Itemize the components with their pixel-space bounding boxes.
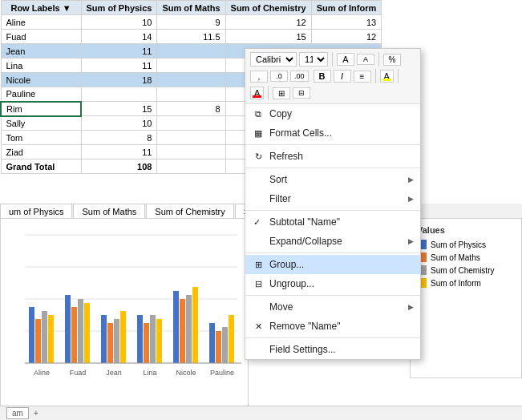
row-label-fuad[interactable]: Fuad <box>1 30 81 44</box>
cell-sally-maths[interactable] <box>157 116 225 131</box>
cell-jean-physics[interactable]: 11 <box>81 44 157 59</box>
comma-button[interactable]: , <box>250 71 268 83</box>
svg-rect-21 <box>173 291 179 363</box>
legend-label-chemistry: Sum of Chemistry <box>431 266 494 275</box>
menu-item-refresh[interactable]: ↻ Refresh <box>245 147 420 166</box>
cell-tom-maths[interactable] <box>157 131 225 145</box>
row-label-lina[interactable]: Lina <box>1 59 81 73</box>
svg-rect-6 <box>35 319 41 363</box>
menu-item-copy[interactable]: ⧉ Copy <box>245 104 420 123</box>
row-label-nicole[interactable]: Nicole <box>1 73 81 87</box>
svg-rect-27 <box>222 327 228 363</box>
toolbar-divider-5 <box>268 86 269 100</box>
svg-text:Jean: Jean <box>106 369 122 377</box>
cell-nicole-physics[interactable]: 18 <box>81 73 157 87</box>
bold-button[interactable]: B <box>314 70 331 83</box>
italic-button[interactable]: I <box>334 70 351 83</box>
tab-maths[interactable]: Sum of Maths <box>73 204 145 219</box>
row-label-rim[interactable]: Rim <box>1 102 81 116</box>
remove-icon: ✕ <box>252 320 265 333</box>
tab-physics[interactable]: um of Physics <box>0 204 72 219</box>
cell-fuad-maths[interactable]: 11.5 <box>157 30 225 44</box>
row-label-pauline[interactable]: Pauline <box>1 87 81 102</box>
col-header-chemistry: Sum of Chemistry <box>225 1 311 15</box>
decrease-decimal-button[interactable]: .00 <box>290 71 309 82</box>
menu-item-filter[interactable]: Filter <box>245 189 420 208</box>
cell-rim-physics[interactable]: 15 <box>81 102 157 116</box>
menu-item-format-cells[interactable]: ▦ Format Cells... <box>245 123 420 143</box>
percent-button[interactable]: % <box>383 54 401 66</box>
svg-rect-11 <box>78 299 83 363</box>
svg-rect-18 <box>144 323 149 363</box>
menu-ungroup-label: Ungroup... <box>269 278 314 289</box>
cell-aline-physics[interactable]: 10 <box>81 15 157 30</box>
highlight-color-button[interactable]: A <box>380 70 394 83</box>
cell-pauline-maths[interactable] <box>157 87 225 102</box>
cell-fuad-physics[interactable]: 14 <box>81 30 157 44</box>
legend-label-physics: Sum of Physics <box>431 240 486 249</box>
increase-decimal-button[interactable]: .0 <box>270 71 288 82</box>
sheet-tab-plus[interactable]: + <box>34 409 38 418</box>
legend-title: Values <box>417 225 515 235</box>
svg-text:Fuad: Fuad <box>70 369 87 377</box>
cell-pauline-physics[interactable] <box>81 87 157 102</box>
svg-text:Pauline: Pauline <box>210 369 234 377</box>
toolbar-divider-4 <box>398 69 399 83</box>
border-button[interactable]: ⊞ <box>273 87 290 99</box>
cell-ziad-maths[interactable] <box>157 145 225 160</box>
menu-item-remove[interactable]: ✕ Remove "Name" <box>245 317 420 336</box>
cell-aline-inform[interactable]: 13 <box>311 15 382 30</box>
row-label-aline[interactable]: Aline <box>1 15 81 30</box>
menu-refresh-label: Refresh <box>269 151 303 162</box>
toolbar-divider-3 <box>375 69 376 83</box>
menu-move-label: Move <box>269 301 293 313</box>
row-label-ziad[interactable]: Ziad <box>1 145 81 160</box>
svg-rect-25 <box>209 323 215 363</box>
cell-tom-physics[interactable]: 8 <box>81 131 157 145</box>
row-label-jean[interactable]: Jean <box>1 44 81 59</box>
cell-fuad-chemistry[interactable]: 15 <box>225 30 311 44</box>
sheet-tab[interactable]: am <box>6 407 29 419</box>
font-increase-button[interactable]: A <box>337 53 354 66</box>
menu-sort-label: Sort <box>269 174 287 185</box>
menu-item-field-settings[interactable]: Field Settings... <box>245 340 420 359</box>
cell-lina-physics[interactable]: 11 <box>81 59 157 73</box>
menu-sep-5 <box>245 295 420 296</box>
menu-item-move[interactable]: Move <box>245 297 420 317</box>
font-name-select[interactable]: Calibri <box>250 52 297 67</box>
menu-item-subtotal[interactable]: Subtotal "Name" <box>245 212 420 232</box>
align-button[interactable]: ≡ <box>354 71 371 83</box>
cell-aline-chemistry[interactable]: 12 <box>225 15 311 30</box>
menu-item-group[interactable]: ⊞ Group... <box>245 255 420 274</box>
row-label-tom[interactable]: Tom <box>1 131 81 145</box>
col-header-rowlabels[interactable]: Row Labels ▼ <box>1 1 81 15</box>
menu-sep-4 <box>245 252 420 253</box>
svg-rect-12 <box>84 303 90 363</box>
tab-chemistry[interactable]: Sum of Chemistry <box>146 204 233 219</box>
svg-rect-26 <box>216 331 221 363</box>
menu-item-expand-collapse[interactable]: Expand/Collapse <box>245 232 420 251</box>
menu-item-sort[interactable]: Sort <box>245 170 420 189</box>
svg-rect-8 <box>48 315 54 363</box>
menu-group-label: Group... <box>269 259 304 270</box>
context-menu: Calibri 11 A A % , .0 .00 B I ≡ A A <box>245 48 421 360</box>
cell-aline-maths[interactable]: 9 <box>157 15 225 30</box>
font-size-select[interactable]: 11 <box>299 52 328 67</box>
cell-sally-physics[interactable]: 10 <box>81 116 157 131</box>
font-color-button[interactable]: A <box>250 87 264 99</box>
row-label-sally[interactable]: Sally <box>1 116 81 131</box>
toolbar-divider-2 <box>378 52 379 67</box>
cell-jean-maths[interactable] <box>157 44 225 59</box>
menu-format-cells-label: Format Cells... <box>269 127 332 139</box>
cell-ziad-physics[interactable]: 11 <box>81 145 157 160</box>
svg-text:Aline: Aline <box>34 369 50 377</box>
cell-nicole-maths[interactable] <box>157 73 225 87</box>
merge-button[interactable]: ⊟ <box>293 87 310 99</box>
cell-lina-maths[interactable] <box>157 59 225 73</box>
menu-item-ungroup[interactable]: ⊟ Ungroup... <box>245 274 420 293</box>
svg-text:Lina: Lina <box>143 369 156 377</box>
cell-rim-maths[interactable]: 8 <box>157 102 225 116</box>
font-decrease-button[interactable]: A <box>357 54 374 65</box>
menu-sep-1 <box>245 144 420 145</box>
cell-fuad-inform[interactable]: 12 <box>311 30 382 44</box>
